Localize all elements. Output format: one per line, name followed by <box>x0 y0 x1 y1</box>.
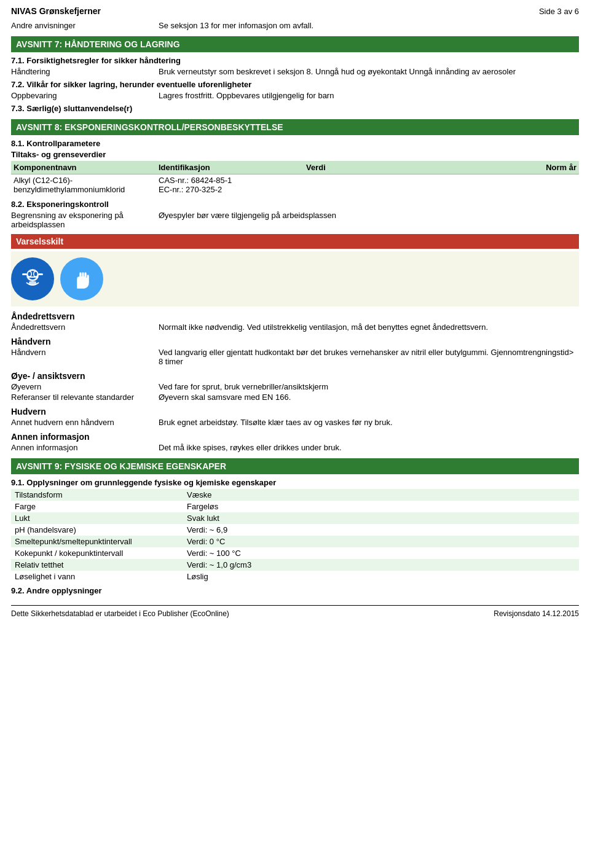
prop-label: Løselighet i vann <box>11 571 183 582</box>
section7-sub1-title: 7.1. Forsiktighetsregler for sikker hånd… <box>11 56 579 65</box>
ref-label: Referanser til relevante standarder <box>11 393 159 402</box>
storage-value: Lagres frostfritt. Oppbevares utilgjenge… <box>159 91 579 100</box>
handvern-title: Håndvern <box>11 337 579 346</box>
hud-value: Bruk egnet arbeidstøy. Tilsølte klær tae… <box>159 418 579 427</box>
oye-label: Øyevern <box>11 382 159 391</box>
exposure-label: Begrensning av eksponering på arbeidspla… <box>11 211 159 229</box>
exposure-row: Begrensning av eksponering på arbeidspla… <box>11 211 579 229</box>
section9-sub1-title: 9.1. Opplysninger om grunnleggende fysis… <box>11 478 579 487</box>
exposure-value: Øyespyler bør være tilgjengelig på arbei… <box>159 211 579 229</box>
table-row: Relativ tetthetVerdi: ~ 1,0 g/cm3 <box>11 559 579 571</box>
annen-value: Det må ikke spises, røykes eller drikkes… <box>159 443 579 452</box>
section8-header: AVSNITT 8: EKSPONERINGSKONTROLL/PERSONBE… <box>11 119 579 135</box>
prop-label: Tilstandsform <box>11 489 183 501</box>
handvern-value: Ved langvarig eller gjentatt hudkontakt … <box>159 348 579 366</box>
oye-title: Øye- / ansiktsvern <box>11 371 579 381</box>
svg-rect-9 <box>29 281 36 285</box>
page-number: Side 3 av 6 <box>539 7 579 16</box>
oye-value: Ved fare for sprut, bruk vernebriller/an… <box>159 382 579 391</box>
table-row: Løselighet i vannLøslig <box>11 571 579 582</box>
annen-title: Annen informasjon <box>11 432 579 442</box>
handvern-label: Håndvern <box>11 348 159 366</box>
properties-table: TilstandsformVæskeFargeFargeløsLuktSvak … <box>11 489 579 582</box>
storage-label: Oppbevaring <box>11 91 159 100</box>
annen-row: Annen informasjon Det må ikke spises, rø… <box>11 443 579 452</box>
prop-value: Svak lukt <box>183 512 579 524</box>
section7-sub3-title: 7.3. Særlig(e) sluttanvendelse(r) <box>11 104 579 113</box>
table-col4-header: Norm år <box>429 163 579 172</box>
section8-sub1-title: 8.1. Kontrollparametere <box>11 139 579 148</box>
ref-row: Referanser til relevante standarder Øyev… <box>11 393 579 402</box>
compound-norm <box>429 176 579 194</box>
footer-right: Revisjonsdato 14.12.2015 <box>494 609 579 618</box>
glove-icon <box>60 257 103 300</box>
footer-left: Dette Sikkerhetsdatablad er utarbeidet i… <box>11 609 229 618</box>
prop-value: Væske <box>183 489 579 501</box>
compound-verdi <box>306 176 429 194</box>
table-col2-header: Identifikasjon <box>159 163 306 172</box>
storage-row: Oppbevaring Lagres frostfritt. Oppbevare… <box>11 91 579 100</box>
section7-sub2-title: 7.2. Vilkår for sikker lagring, herunder… <box>11 80 579 89</box>
prop-value: Verdi: 0 °C <box>183 536 579 547</box>
document-title: NIVAS Grønskefjerner <box>11 6 101 16</box>
table-row: pH (handelsvare)Verdi: ~ 6,9 <box>11 524 579 536</box>
prop-label: Smeltepunkt/smeltepunktintervall <box>11 536 183 547</box>
prop-label: Farge <box>11 501 183 512</box>
annen-label: Annen informasjon <box>11 443 159 452</box>
footer: Dette Sikkerhetsdatablad er utarbeidet i… <box>11 605 579 618</box>
handvern-row: Håndvern Ved langvarig eller gjentatt hu… <box>11 348 579 366</box>
compound-name: Alkyl (C12-C16)-benzyldimethylammoniumkl… <box>11 176 159 194</box>
andre-anvisninger-value: Se seksjon 13 for mer infomasjon om avfa… <box>159 21 579 30</box>
prop-value: Fargeløs <box>183 501 579 512</box>
hud-row: Annet hudvern enn håndvern Bruk egnet ar… <box>11 418 579 427</box>
ref-value: Øyevern skal samsvare med EN 166. <box>159 393 579 402</box>
hud-title: Hudvern <box>11 407 579 416</box>
section8-sub2-title: 8.2. Eksponeringskontroll <box>11 200 579 209</box>
svg-rect-8 <box>38 273 43 275</box>
table-row: Smeltepunkt/smeltepunktintervallVerdi: 0… <box>11 536 579 547</box>
table-col3-header: Verdi <box>306 163 429 172</box>
header-subtitle-row: Andre anvisninger Se seksjon 13 for mer … <box>11 21 579 30</box>
handling-row: Håndtering Bruk verneutstyr som beskreve… <box>11 67 579 76</box>
table-row: LuktSvak lukt <box>11 512 579 524</box>
andedrett-title: Åndedrettsvern <box>11 311 579 321</box>
varselskilt-bar: Varselsskilt <box>11 234 579 249</box>
table-row: TilstandsformVæske <box>11 489 579 501</box>
compound-id: CAS-nr.: 68424-85-1EC-nr.: 270-325-2 <box>159 176 306 194</box>
hud-label: Annet hudvern enn håndvern <box>11 418 159 427</box>
header: NIVAS Grønskefjerner Side 3 av 6 <box>11 6 579 16</box>
svg-point-5 <box>34 272 37 276</box>
section9-header: AVSNITT 9: FYSISKE OG KJEMISKE EGENSKAPE… <box>11 458 579 474</box>
handling-label: Håndtering <box>11 67 159 76</box>
prop-label: Lukt <box>11 512 183 524</box>
tiltaks-title: Tiltaks- og grenseverdier <box>11 150 579 159</box>
prop-value: Verdi: ~ 100 °C <box>183 547 579 559</box>
prop-value: Løslig <box>183 571 579 582</box>
prop-value: Verdi: ~ 6,9 <box>183 524 579 536</box>
andedrett-row: Åndedrettsvern Normalt ikke nødvendig. V… <box>11 323 579 332</box>
andedrett-label: Åndedrettsvern <box>11 323 159 332</box>
prop-label: Relativ tetthet <box>11 559 183 571</box>
table-header-row: Komponentnavn Identifikasjon Verdi Norm … <box>11 161 579 174</box>
andre-anvisninger-label: Andre anvisninger <box>11 21 159 30</box>
table-col1-header: Komponentnavn <box>11 163 159 172</box>
prop-value: Verdi: ~ 1,0 g/cm3 <box>183 559 579 571</box>
table-data-row: Alkyl (C12-C16)-benzyldimethylammoniumkl… <box>11 175 579 195</box>
oye-row: Øyevern Ved fare for sprut, bruk vernebr… <box>11 382 579 391</box>
safety-icons-area <box>11 251 579 307</box>
handling-value: Bruk verneutstyr som beskrevet i seksjon… <box>159 67 579 76</box>
prop-label: pH (handelsvare) <box>11 524 183 536</box>
table-row: FargeFargeløs <box>11 501 579 512</box>
table-row: Kokepunkt / kokepunktintervallVerdi: ~ 1… <box>11 547 579 559</box>
page: NIVAS Grønskefjerner Side 3 av 6 Andre a… <box>0 0 590 624</box>
eye-protection-icon <box>11 257 54 300</box>
section7-header: AVSNITT 7: HÅNDTERING OG LAGRING <box>11 36 579 52</box>
section9-sub2-title: 9.2. Andre opplysninger <box>11 586 579 595</box>
svg-rect-6 <box>27 276 38 278</box>
andedrett-value: Normalt ikke nødvendig. Ved utilstrekkel… <box>159 323 579 332</box>
prop-label: Kokepunkt / kokepunktintervall <box>11 547 183 559</box>
svg-point-4 <box>28 272 31 276</box>
svg-rect-7 <box>22 273 27 275</box>
